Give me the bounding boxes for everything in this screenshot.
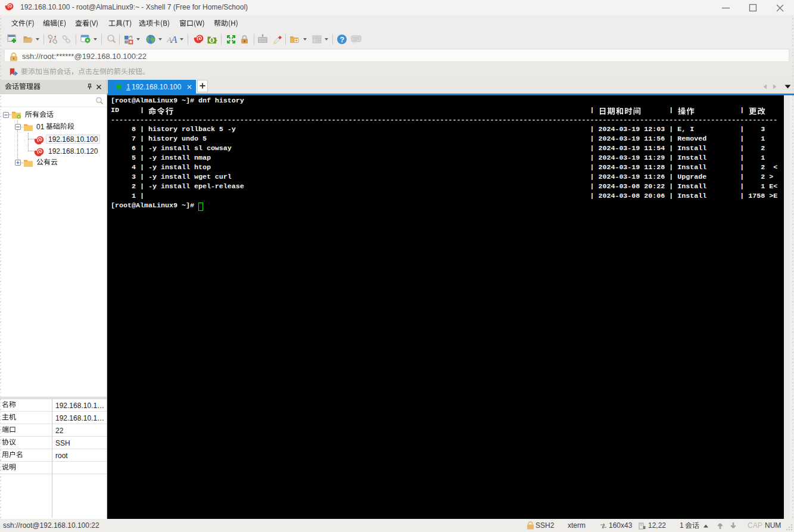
- svg-text:?: ?: [340, 36, 344, 44]
- svg-text:A: A: [170, 34, 178, 45]
